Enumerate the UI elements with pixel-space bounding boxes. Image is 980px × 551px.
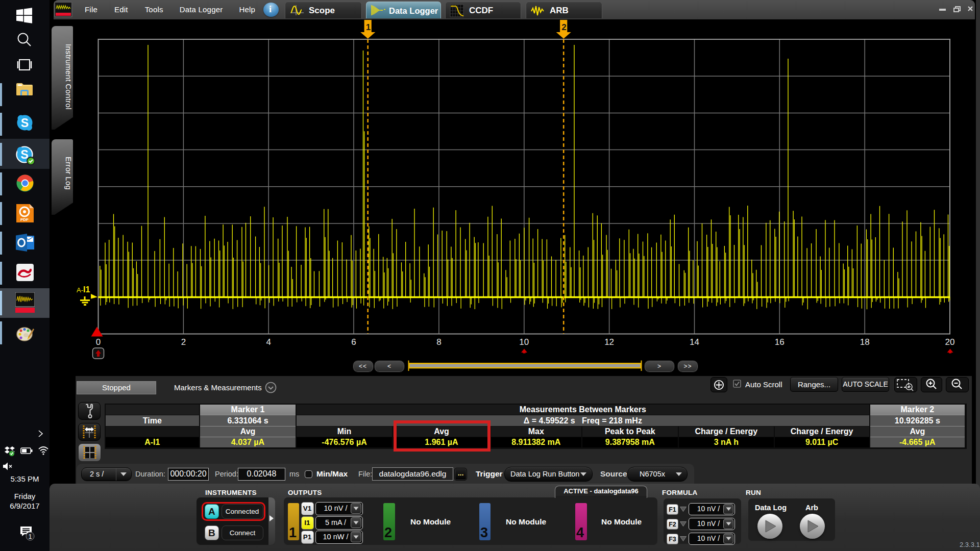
svg-text:12: 12 <box>604 337 614 347</box>
svg-text:A-I1: A-I1 <box>77 285 90 294</box>
svg-text:6: 6 <box>351 337 356 347</box>
svg-text:S: S <box>21 116 29 130</box>
svg-text:10: 10 <box>519 337 529 347</box>
svg-text:1: 1 <box>29 533 32 540</box>
svg-text:2: 2 <box>181 337 186 347</box>
svg-text:2: 2 <box>561 22 566 32</box>
svg-text:20: 20 <box>945 337 955 347</box>
svg-text:1: 1 <box>366 22 371 32</box>
svg-text:14: 14 <box>690 337 699 347</box>
svg-text:16: 16 <box>775 337 785 347</box>
svg-text:8: 8 <box>436 337 441 347</box>
svg-text:18: 18 <box>860 337 870 347</box>
svg-text:4: 4 <box>266 337 271 347</box>
svg-text:PDF: PDF <box>20 217 29 222</box>
svg-text:0: 0 <box>96 337 101 347</box>
